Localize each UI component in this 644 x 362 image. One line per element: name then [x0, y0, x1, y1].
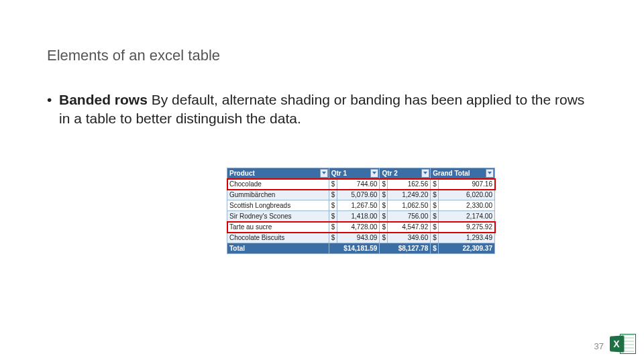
cell-currency: $ [329, 211, 337, 222]
cell-currency: $ [329, 222, 337, 233]
cell-currency: $ [329, 200, 337, 211]
cell-product: Tarte au sucre [227, 222, 329, 233]
cell-product: Scottish Longbreads [227, 200, 329, 211]
col-header-qtr2[interactable]: Qtr 2 [380, 168, 431, 179]
cell-currency: $ [380, 200, 388, 211]
cell-total-label: Total [227, 243, 329, 254]
col-header-label: Qtr 1 [331, 170, 347, 177]
page-number: 37 [594, 341, 604, 351]
cell-currency: $ [431, 211, 439, 222]
cell-product: Chocolate Biscuits [227, 233, 329, 243]
col-header-label: Qtr 2 [382, 170, 397, 177]
filter-dropdown-icon[interactable] [320, 169, 328, 178]
cell-gt: 1,293.49 [439, 233, 495, 243]
col-header-grand-total[interactable]: Grand Total [431, 168, 495, 179]
bullet-text: Banded rows By default, alternate shadin… [59, 90, 597, 129]
cell-q1: 943.09 [337, 233, 380, 243]
table-row: Gummibärchen $5,079.60 $1,249.20 $6,020.… [227, 190, 495, 200]
filter-dropdown-icon[interactable] [370, 169, 378, 178]
cell-q2: 4,547.92 [388, 222, 431, 233]
table-row: Tarte au sucre $4,728.00 $4,547.92 $9,27… [227, 222, 495, 233]
cell-currency: $ [431, 179, 439, 190]
cell-currency: $ [431, 243, 439, 254]
cell-currency: $ [431, 200, 439, 211]
table-row: Chocolade $744.60 $162.56 $907.16 [227, 179, 495, 190]
filter-dropdown-icon[interactable] [486, 169, 494, 178]
cell-currency: $ [380, 179, 388, 190]
cell-currency: $ [380, 233, 388, 243]
cell-gt: 6,020.00 [439, 190, 495, 200]
table-row: Chocolate Biscuits $943.09 $349.60 $1,29… [227, 233, 495, 243]
table-header-row: Product Qtr 1 Qtr 2 Grand Total [227, 168, 495, 179]
cell-total-q2: $8,127.78 [380, 243, 431, 254]
cell-gt: 9,275.92 [439, 222, 495, 233]
cell-q2: 1,062.50 [388, 200, 431, 211]
col-header-qtr1[interactable]: Qtr 1 [329, 168, 380, 179]
cell-q1: 5,079.60 [337, 190, 380, 200]
cell-total-q1: $14,181.59 [329, 243, 380, 254]
cell-gt: 2,330.00 [439, 200, 495, 211]
bullet-bold-label: Banded rows [59, 92, 148, 107]
cell-currency: $ [380, 190, 388, 200]
bullet-item: • Banded rows By default, alternate shad… [47, 90, 597, 129]
cell-product: Gummibärchen [227, 190, 329, 200]
table-row: Sir Rodney's Scones $1,418.00 $756.00 $2… [227, 211, 495, 222]
cell-currency: $ [329, 190, 337, 200]
slide: Elements of an excel table • Banded rows… [0, 0, 644, 362]
cell-q1: 4,728.00 [337, 222, 380, 233]
body-text: • Banded rows By default, alternate shad… [47, 90, 597, 129]
filter-dropdown-icon[interactable] [421, 169, 429, 178]
cell-q2: 162.56 [388, 179, 431, 190]
excel-table: Product Qtr 1 Qtr 2 Grand Total Chocolad… [227, 168, 495, 254]
cell-gt: 2,174.00 [439, 211, 495, 222]
cell-currency: $ [329, 233, 337, 243]
cell-currency: $ [380, 222, 388, 233]
excel-badge-icon: X [610, 335, 624, 353]
cell-q1: 744.60 [337, 179, 380, 190]
cell-currency: $ [431, 190, 439, 200]
cell-currency: $ [329, 179, 337, 190]
cell-q1: 1,267.50 [337, 200, 380, 211]
cell-product: Sir Rodney's Scones [227, 211, 329, 222]
col-header-product[interactable]: Product [227, 168, 329, 179]
bullet-dot-icon: • [47, 90, 59, 129]
table-total-row: Total $14,181.59 $8,127.78 $22,309.37 [227, 243, 495, 254]
excel-app-icon: X [609, 331, 636, 357]
slide-title: Elements of an excel table [47, 47, 220, 64]
cell-gt: 907.16 [439, 179, 495, 190]
cell-product: Chocolade [227, 179, 329, 190]
cell-currency: $ [380, 211, 388, 222]
cell-q2: 349.60 [388, 233, 431, 243]
cell-q1: 1,418.00 [337, 211, 380, 222]
cell-currency: $ [431, 222, 439, 233]
cell-q2: 1,249.20 [388, 190, 431, 200]
col-header-label: Product [229, 170, 255, 177]
cell-q2: 756.00 [388, 211, 431, 222]
table-row: Scottish Longbreads $1,267.50 $1,062.50 … [227, 200, 495, 211]
table-body: Chocolade $744.60 $162.56 $907.16 Gummib… [227, 179, 495, 243]
col-header-label: Grand Total [433, 170, 470, 177]
cell-total-gt: 22,309.37 [439, 243, 495, 254]
cell-currency: $ [431, 233, 439, 243]
excel-table-figure: Product Qtr 1 Qtr 2 Grand Total Chocolad… [227, 168, 495, 254]
